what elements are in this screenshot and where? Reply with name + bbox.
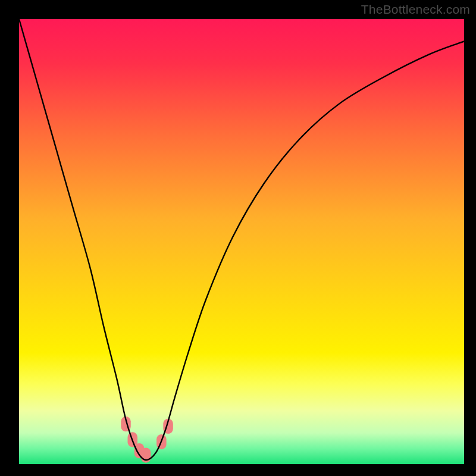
chart-canvas bbox=[19, 19, 464, 464]
gradient-background bbox=[19, 19, 464, 464]
bottleneck-chart bbox=[19, 19, 464, 464]
watermark-text: TheBottleneck.com bbox=[361, 2, 470, 17]
